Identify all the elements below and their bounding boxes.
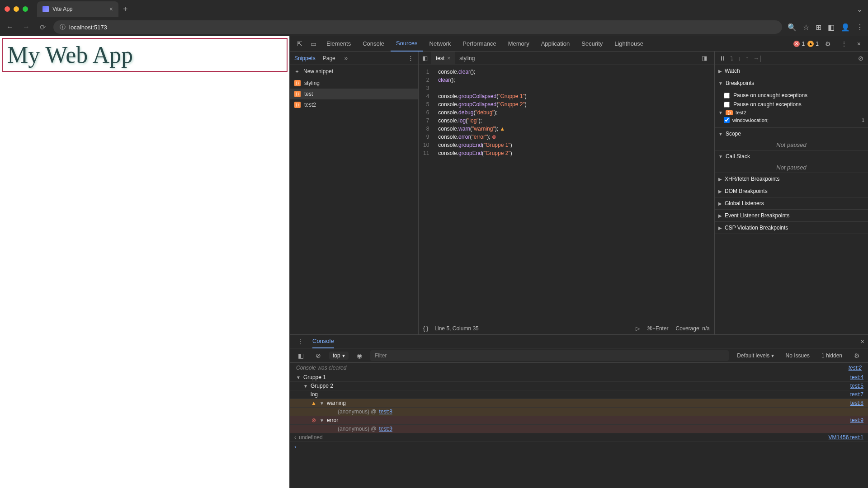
console-output[interactable]: Console was cleared test:2 ▼ Gruppe 1tes… [290,363,868,488]
error-badge[interactable]: ✕ 1 [793,41,805,47]
window-controls [5,6,28,12]
source-link[interactable]: test:7 [850,391,863,398]
drawer-tab-console[interactable]: Console [312,335,334,348]
source-link[interactable]: VM1456 test:1 [829,434,863,441]
site-info-icon[interactable]: ⓘ [60,23,66,31]
global-listeners-section[interactable]: ▶Global Listeners [715,197,868,209]
source-link[interactable]: test:4 [850,374,863,380]
new-tab-button[interactable]: + [123,5,128,14]
page-viewport: My Web App [0,36,289,488]
browser-tab-bar: Vite App × + ⌄ [0,0,868,18]
hidden-count[interactable]: 1 hidden [818,352,846,360]
bookmark-icon[interactable]: ☆ [803,23,809,32]
pause-icon[interactable]: ⏸ [719,55,726,62]
url-input[interactable]: ⓘ localhost:5173 [53,20,782,34]
pause-caught-checkbox[interactable]: Pause on caught exceptions [724,100,864,109]
callstack-section[interactable]: ▼Call Stack [715,150,868,162]
console-filter-input[interactable] [370,350,729,361]
tab-performance[interactable]: Performance [457,36,501,52]
snippet-item-test2[interactable]: ⟨⟩ test2 [290,99,418,110]
subtab-snippets[interactable]: Snippets [294,55,316,61]
breakpoints-section[interactable]: ▼Breakpoints [715,77,868,89]
tab-network[interactable]: Network [424,36,457,52]
chevron-down-icon[interactable]: ⌄ [857,5,863,13]
editor-tab-styling[interactable]: styling [455,52,479,65]
maximize-window[interactable] [23,6,28,12]
close-drawer-icon[interactable]: × [861,338,864,345]
context-selector[interactable]: top▾ [329,352,349,360]
snippet-file-icon: ⟨⟩ [294,91,301,97]
toggle-sidebar-icon[interactable]: ◧ [294,352,307,359]
format-icon[interactable]: { } [423,325,428,332]
step-over-icon[interactable]: ⤵ [730,55,733,62]
xhr-bp-section[interactable]: ▶XHR/fetch Breakpoints [715,173,868,185]
snippet-item-styling[interactable]: ⟨⟩ styling [290,78,418,89]
menu-icon[interactable]: ⋮ [856,23,863,32]
browser-tab[interactable]: Vite App × [37,1,118,17]
console-drawer: ⋮ Console × ◧ ⊘ top▾ ◉ Default levels ▾ … [290,334,868,488]
step-out-icon[interactable]: ↑ [745,55,749,62]
tab-application[interactable]: Application [536,36,576,52]
snippet-file-icon: ⟨⟩ [294,80,301,86]
event-bp-section[interactable]: ▶Event Listener Breakpoints [715,210,868,221]
source-link[interactable]: test:8 [850,400,863,406]
forward-button[interactable]: → [21,23,32,31]
source-link[interactable]: test:5 [850,383,863,389]
deactivate-bp-icon[interactable]: ⊘ [858,55,863,62]
source-link[interactable]: test:2 [849,365,862,371]
callstack-not-paused: Not paused [715,162,868,173]
tab-security[interactable]: Security [576,36,608,52]
tab-title: Vite App [52,6,106,12]
breakpoint-item[interactable]: window.location;1 [724,116,864,124]
kebab-icon[interactable]: ⋮ [837,40,851,47]
settings-icon[interactable]: ⚙ [821,40,835,47]
close-devtools-icon[interactable]: × [854,40,864,47]
code-editor[interactable]: 1234567891011 console.clear();clear(); c… [419,65,714,322]
scope-section[interactable]: ▼Scope [715,128,868,140]
console-settings-icon[interactable]: ⚙ [850,352,863,359]
coverage-label: Coverage: n/a [676,325,710,332]
drawer-kebab-icon[interactable]: ⋮ [293,338,307,345]
debug-toolbar: ⏸ ⤵ ↓ ↑ →| ⊘ [715,52,868,65]
editor-tab-test[interactable]: test × [431,52,455,65]
live-expr-icon[interactable]: ◉ [353,352,366,359]
source-link[interactable]: test:9 [850,417,863,423]
reload-button[interactable]: ⟳ [37,23,48,32]
page-heading: My Web App [7,42,282,68]
inspect-icon[interactable]: ⇱ [293,40,306,47]
tab-memory[interactable]: Memory [503,36,535,52]
tab-elements[interactable]: Elements [321,36,356,52]
device-toggle-icon[interactable]: ▭ [307,40,320,47]
console-prompt[interactable]: › [290,442,868,452]
run-icon[interactable]: ▷ [636,325,640,332]
back-button[interactable]: ← [5,23,15,31]
tab-lighthouse[interactable]: Lighthouse [609,36,649,52]
clear-console-icon[interactable]: ⊘ [312,352,325,359]
close-window[interactable] [5,6,10,12]
run-hint: ⌘+Enter [647,325,669,332]
profile-icon[interactable]: 👤 [841,23,850,32]
step-icon[interactable]: →| [753,55,761,62]
minimize-window[interactable] [14,6,19,12]
warning-badge[interactable]: ▲ 1 [807,41,819,47]
tab-console[interactable]: Console [357,36,390,52]
snippet-item-test[interactable]: ⟨⟩ test [290,89,418,99]
issues-button[interactable]: No Issues [782,352,813,360]
log-levels-dropdown[interactable]: Default levels ▾ [733,352,777,360]
toggle-nav-icon[interactable]: ◧ [419,55,431,61]
more-tabs-icon[interactable]: » [344,55,348,61]
step-into-icon[interactable]: ↓ [738,55,741,62]
zoom-icon[interactable]: 🔍 [788,23,797,32]
close-editor-tab-icon[interactable]: × [447,55,450,61]
sidepanel-icon[interactable]: ◧ [828,23,835,32]
pause-uncaught-checkbox[interactable]: Pause on uncaught exceptions [724,91,864,100]
close-tab-icon[interactable]: × [109,5,113,13]
new-snippet-button[interactable]: ＋ New snippet [290,65,418,78]
nav-kebab-icon[interactable]: ⋮ [408,55,414,61]
tab-sources[interactable]: Sources [391,36,423,52]
watch-section[interactable]: ▶Watch [715,65,868,77]
extensions-icon[interactable]: ⊞ [816,23,821,32]
csp-bp-section[interactable]: ▶CSP Violation Breakpoints [715,222,868,234]
subtab-page[interactable]: Page [323,55,335,61]
dom-bp-section[interactable]: ▶DOM Breakpoints [715,185,868,197]
